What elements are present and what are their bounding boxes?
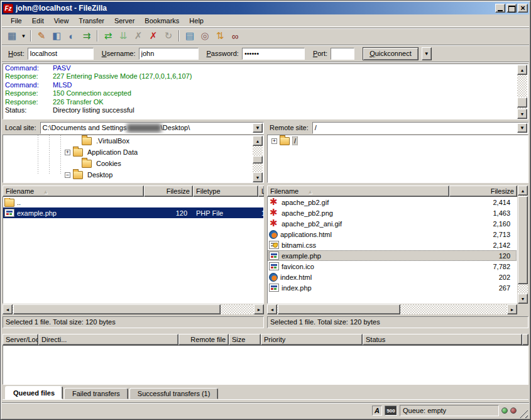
dropdown-arrow-icon[interactable]: ▼ — [517, 123, 527, 133]
menu-item[interactable]: Transfer — [74, 16, 109, 26]
toolbar-button[interactable]: ⇊ — [116, 29, 131, 43]
column-header-last-modified[interactable]: L — [258, 185, 264, 197]
quickconnect-button[interactable]: Quickconnect — [363, 47, 419, 60]
file-name: example.php — [282, 252, 321, 260]
scroll-right-icon[interactable] — [254, 304, 264, 314]
port-input[interactable] — [331, 48, 354, 60]
scroll-thumb[interactable] — [518, 196, 528, 284]
queue-column-header[interactable]: Remote file — [178, 334, 229, 345]
queue-column-header[interactable]: Directi... — [38, 334, 178, 345]
title-bar[interactable]: Fz john@localhost - FileZilla — [2, 2, 529, 14]
remote-list-vscrollbar[interactable] — [518, 185, 528, 304]
menu-item[interactable]: Bookmarks — [140, 16, 184, 26]
tree-item[interactable]: + / — [268, 135, 528, 146]
menu-item[interactable]: Help — [184, 16, 209, 26]
queue-column-header[interactable] — [522, 334, 528, 345]
log-scrollbar[interactable] — [517, 65, 527, 119]
queue-column-header[interactable]: Priority — [261, 334, 363, 345]
queue-column-header[interactable]: Status — [363, 334, 522, 345]
menu-item[interactable]: File — [6, 16, 27, 26]
remote-list-hscrollbar[interactable] — [267, 304, 517, 314]
splitter-horizontal[interactable] — [2, 329, 529, 333]
file-row[interactable]: index.php 267 — [268, 282, 517, 293]
scroll-up-icon[interactable] — [518, 185, 528, 196]
password-input[interactable] — [242, 48, 305, 60]
scroll-thumb[interactable] — [517, 97, 527, 108]
toolbar-button[interactable]: ▦ — [4, 29, 19, 43]
tree-item[interactable]: − Desktop — [3, 169, 263, 180]
scroll-left-icon[interactable] — [267, 304, 277, 314]
menu-item[interactable]: Server — [109, 16, 140, 26]
toolbar-button[interactable]: ⇉ — [79, 29, 94, 43]
local-list-hscrollbar[interactable] — [3, 304, 264, 314]
resize-grip[interactable] — [519, 409, 528, 418]
local-path-combobox[interactable]: C:\Documents and Settings████████\Deskto… — [40, 122, 264, 134]
file-row[interactable]: example.php 120 PHP File 1 — [3, 207, 263, 218]
queue-tab[interactable]: Successful transfers (1) — [129, 388, 219, 399]
scroll-left-icon[interactable] — [3, 304, 13, 314]
local-tree-scrollbar[interactable] — [253, 136, 263, 182]
toolbar-button[interactable]: ◐ — [64, 29, 79, 43]
file-row[interactable]: .. — [3, 197, 263, 207]
tree-item[interactable]: .VirtualBox — [3, 135, 263, 146]
scroll-down-icon[interactable] — [253, 172, 263, 182]
file-size: 2,414 — [450, 199, 517, 206]
dropdown-arrow-icon[interactable]: ▼ — [253, 123, 263, 133]
toolbar-button[interactable]: ✗ — [146, 29, 161, 43]
file-row[interactable]: apache_pb2_ani.gif 2,160 — [268, 218, 517, 229]
scroll-down-icon[interactable] — [518, 294, 528, 304]
tree-item[interactable]: + Application Data — [3, 146, 263, 158]
scroll-right-icon[interactable] — [507, 304, 517, 314]
remote-path-combobox[interactable]: / ▼ — [312, 122, 528, 134]
column-header-filename[interactable]: Filename▲ — [3, 185, 144, 197]
file-icon — [269, 209, 279, 217]
toolbar-button[interactable]: ⇅ — [212, 29, 227, 43]
file-name: bitnami.css — [282, 241, 316, 249]
username-input[interactable] — [139, 48, 199, 60]
maximize-button[interactable] — [506, 4, 517, 13]
quickconnect-dropdown-arrow-icon[interactable]: ▼ — [422, 47, 432, 60]
tree-expander-icon[interactable]: + — [65, 150, 70, 155]
queue-tab[interactable]: Failed transfers — [64, 388, 128, 399]
tree-expander-icon[interactable]: + — [271, 138, 277, 144]
scroll-thumb[interactable] — [13, 304, 221, 314]
scroll-thumb[interactable] — [278, 304, 400, 314]
file-row[interactable]: favicon.ico 7,782 — [268, 261, 517, 272]
menu-item[interactable]: View — [49, 16, 74, 26]
file-row[interactable]: applications.html 2,713 — [268, 229, 517, 240]
folder-icon — [73, 148, 83, 157]
close-button[interactable] — [518, 4, 528, 13]
tree-expander-icon[interactable]: − — [65, 172, 70, 178]
file-row[interactable]: example.php 120 — [268, 250, 517, 261]
file-row[interactable]: bitnami.css 2,142 — [268, 240, 517, 250]
scroll-down-icon[interactable] — [517, 109, 527, 119]
file-row[interactable]: apache_pb2.gif 2,414 — [268, 197, 517, 207]
column-header-filesize[interactable]: Filesize — [144, 185, 193, 197]
column-header-filetype[interactable]: Filetype — [193, 185, 258, 197]
toolbar-button[interactable]: ◎ — [197, 29, 212, 43]
toolbar-button[interactable]: ∞ — [227, 29, 243, 43]
tree-item[interactable]: Cookies — [3, 158, 263, 169]
toolbar-button[interactable]: ⇄ — [101, 29, 116, 43]
toolbar-icon: ⇅ — [216, 30, 224, 41]
host-input[interactable] — [28, 48, 94, 60]
queue-column-header[interactable]: Server/Local file — [3, 334, 38, 345]
column-header-filename[interactable]: Filename▲ — [267, 185, 449, 197]
menu-item[interactable]: Edit — [27, 16, 49, 26]
site-manager-dropdown-arrow-icon[interactable]: ▼ — [19, 29, 28, 43]
file-row[interactable]: apache_pb2.png 1,463 — [268, 207, 517, 218]
scroll-up-icon[interactable] — [517, 65, 527, 75]
minimize-button[interactable] — [495, 4, 505, 13]
queue-column-header[interactable]: Size — [229, 334, 261, 345]
toolbar-button[interactable]: ✗ — [131, 29, 146, 43]
toolbar-button[interactable]: ✎ — [34, 29, 49, 43]
file-row[interactable]: index.html 202 — [268, 272, 517, 282]
queue-tab[interactable]: Queued files — [5, 386, 63, 399]
scroll-thumb[interactable] — [253, 156, 263, 163]
scroll-up-icon[interactable] — [253, 136, 263, 146]
toolbar-button[interactable]: ↻ — [161, 29, 176, 43]
file-icon — [269, 198, 279, 206]
column-header-filesize[interactable]: Filesize — [449, 185, 517, 197]
toolbar-button[interactable]: ▤ — [182, 29, 197, 43]
toolbar-button[interactable]: ◧ — [49, 29, 64, 43]
